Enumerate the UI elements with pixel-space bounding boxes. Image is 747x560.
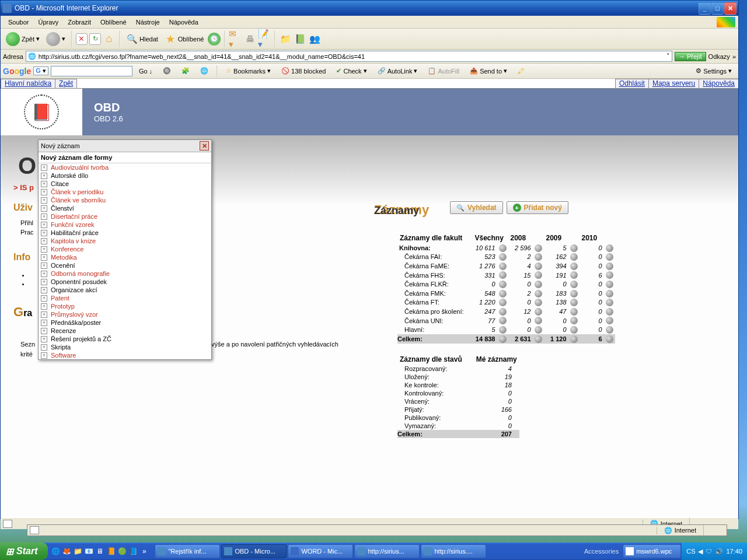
favorites-button[interactable]: ★Oblíbené [162,32,207,46]
home-button[interactable]: ⌂ [103,33,116,46]
mail-button[interactable]: ✉ ▾ [229,33,242,46]
expand-icon[interactable]: + [41,238,47,244]
add-new-button[interactable]: +Přidat nový [507,201,568,214]
form-type-item[interactable]: +Řešení projektů a ZČ [39,335,211,343]
task-item[interactable]: OBD - Micro... [221,544,287,558]
tray-icon[interactable]: 🛡 [706,548,712,555]
form-type-item[interactable]: +Organizace akcí [39,286,211,294]
dot-icon[interactable] [535,262,542,270]
dot-icon[interactable] [499,335,507,343]
menu-view[interactable]: Zobrazit [63,18,96,27]
dot-icon[interactable] [570,281,578,288]
google-autofill[interactable]: 📋 AutoFill [424,66,463,76]
expand-icon[interactable]: + [41,352,47,359]
expand-icon[interactable]: + [41,164,47,171]
form-type-item[interactable]: +Článek ve sborníku [39,196,211,204]
google-bookmarks[interactable]: ☆ Bookmarks ▾ [222,66,275,76]
google-logo[interactable]: Google [3,66,31,76]
dot-icon[interactable] [535,281,542,288]
dot-icon[interactable] [570,271,578,279]
popup-close-button[interactable]: ✕ [200,141,209,150]
dot-icon[interactable] [570,299,578,306]
form-type-item[interactable]: +Odborná monografie [39,270,211,278]
expand-icon[interactable]: + [41,205,47,212]
dot-icon[interactable] [606,244,613,252]
form-type-item[interactable]: +Článek v periodiku [39,188,211,196]
dot-icon[interactable] [570,326,578,334]
folder-button[interactable]: 📁 [279,33,292,46]
edit-button[interactable]: 📝 ▾ [258,33,271,46]
ql-outlook[interactable]: 📧 [83,545,94,557]
google-highlight[interactable]: 🖍 [514,66,528,76]
print-button[interactable]: 🖶 [243,33,256,46]
ql-more[interactable]: » [139,545,149,557]
expand-icon[interactable]: + [41,279,47,285]
dot-icon[interactable] [499,281,507,288]
dot-icon[interactable] [535,271,542,279]
forward-button[interactable]: ▾ [44,31,68,47]
task-item[interactable]: "Rejstřík inf... [155,544,220,558]
history-button[interactable]: 🕓 [208,33,221,46]
form-type-item[interactable]: +Přednáška/poster [39,318,211,327]
dot-icon[interactable] [606,326,613,334]
stop-button[interactable] [76,33,88,45]
ql-ie[interactable]: 🌐 [50,545,61,557]
popup-titlebar[interactable]: Nový záznam ✕ [39,140,211,152]
popup-list[interactable]: +Audiovizuální tvorba+Autorské dílo+Cita… [39,163,211,359]
form-type-item[interactable]: +Funkční vzorek [39,220,211,229]
form-type-item[interactable]: +Citace [39,180,211,188]
dot-icon[interactable] [570,262,578,270]
form-type-item[interactable]: +Průmyslový vzor [39,310,211,318]
form-type-item[interactable]: +Autorské dílo [39,172,211,180]
close-button[interactable]: ✕ [724,2,736,15]
minimize-button[interactable]: _ [699,2,711,15]
expand-icon[interactable]: + [41,320,47,326]
expand-icon[interactable]: + [41,181,47,187]
links-label[interactable]: Odkazy [708,53,730,60]
start-button[interactable]: ⊞Start [0,542,48,560]
expand-icon[interactable]: + [41,173,47,179]
google-opt3[interactable]: 🌐 [196,66,212,76]
dot-icon[interactable] [570,244,578,252]
form-type-item[interactable]: +Metodika [39,253,211,261]
form-type-item[interactable]: +Členství [39,204,211,212]
expand-icon[interactable]: + [41,246,47,253]
form-type-item[interactable]: +Prototyp [39,302,211,310]
tray-lang[interactable]: CS [686,548,695,555]
dot-icon[interactable] [535,290,542,298]
dot-icon[interactable] [499,271,507,279]
ql-app1[interactable]: 📙 [106,545,116,557]
dot-icon[interactable] [499,290,507,298]
nav-map[interactable]: Mapa serveru [648,79,699,88]
nav-logout[interactable]: Odhlásit [615,79,649,88]
expand-icon[interactable]: + [41,189,47,195]
form-type-item[interactable]: +Patent [39,294,211,302]
dropdown-icon[interactable]: ˅ [666,52,670,60]
dot-icon[interactable] [499,244,507,252]
google-blocked[interactable]: 🚫 138 blocked [277,66,330,76]
dot-icon[interactable] [499,326,507,334]
dot-icon[interactable] [535,244,542,252]
taskbar-accessories[interactable]: Accessories [581,548,622,555]
form-type-item[interactable]: +Recenze [39,327,211,335]
dot-icon[interactable] [535,317,542,324]
dot-icon[interactable] [499,262,507,270]
messenger-button[interactable]: 👥 [308,33,321,46]
refresh-button[interactable]: ↻ [89,33,101,45]
menu-file[interactable]: Soubor [4,18,33,27]
dot-icon[interactable] [606,281,613,288]
ql-folder[interactable]: 📁 [72,545,83,557]
search-button[interactable]: 🔍Hledat [124,32,160,46]
expand-icon[interactable]: + [41,254,47,261]
google-settings[interactable]: ⚙ Settings ▾ [692,66,736,76]
google-sendto[interactable]: 📤 Send to ▾ [466,66,511,76]
expand-icon[interactable]: + [41,287,47,293]
ql-ff[interactable]: 🦊 [61,545,72,557]
expand-icon[interactable]: + [41,295,47,302]
ql-app2[interactable]: 🟢 [117,545,127,557]
dot-icon[interactable] [606,290,613,298]
expand-icon[interactable]: + [41,214,47,220]
dot-icon[interactable] [535,299,542,306]
form-type-item[interactable]: +Oponentní posudek [39,278,211,286]
nav-help[interactable]: Nápověda [699,79,738,88]
